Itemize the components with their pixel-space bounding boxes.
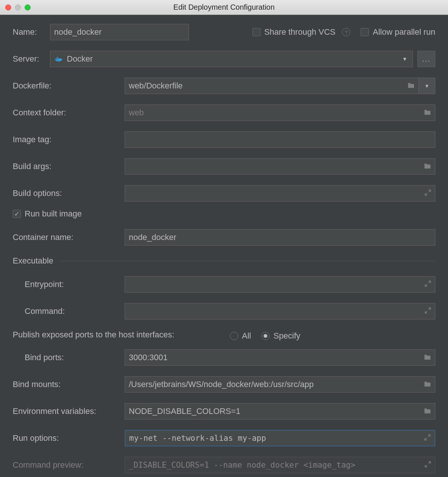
dockerfile-value: web/Dockerfile — [129, 81, 183, 91]
name-input[interactable] — [50, 24, 189, 40]
server-more-button[interactable]: ... — [417, 51, 435, 67]
run-built-label: Run built image — [25, 209, 82, 219]
ports-all-radio[interactable]: All — [230, 331, 251, 341]
build-args-input[interactable] — [125, 158, 435, 175]
checkbox-checked-icon: ✓ — [13, 210, 21, 218]
run-options-value: my-net --network-alias my-app — [129, 434, 266, 443]
run-options-label: Run options: — [13, 433, 125, 443]
image-tag-label: Image tag: — [13, 135, 125, 144]
folder-icon[interactable] — [424, 108, 431, 118]
run-built-image-checkbox[interactable]: ✓ Run built image — [13, 209, 82, 219]
share-vcs-label: Share through VCS — [264, 27, 336, 37]
server-value: Docker — [67, 54, 93, 64]
image-tag-input[interactable] — [125, 131, 435, 148]
env-vars-input[interactable]: NODE_DISABLE_COLORS=1 — [125, 403, 435, 420]
bind-ports-input[interactable]: 3000:3001 — [125, 349, 435, 366]
bind-mounts-label: Bind mounts: — [13, 380, 125, 389]
command-label: Command: — [13, 306, 125, 316]
container-name-input[interactable] — [125, 229, 435, 246]
executable-section-label: Executable — [13, 256, 53, 266]
expand-icon[interactable] — [424, 434, 431, 443]
command-preview-value: _DISABLE_COLORS=1 --name node_docker <im… — [129, 461, 355, 470]
build-args-label: Build args: — [13, 162, 125, 171]
checkbox-icon — [252, 28, 261, 36]
env-vars-label: Environment variables: — [13, 406, 125, 416]
entrypoint-label: Entrypoint: — [13, 280, 125, 289]
folder-icon[interactable] — [424, 406, 431, 416]
server-dropdown[interactable]: Docker ▼ — [50, 51, 413, 67]
help-icon[interactable]: ? — [342, 28, 350, 36]
env-vars-value: NODE_DISABLE_COLORS=1 — [129, 406, 240, 416]
expand-icon[interactable] — [424, 306, 431, 316]
chevron-down-icon: ▼ — [424, 83, 429, 89]
expand-icon[interactable] — [424, 461, 431, 470]
bind-ports-label: Bind ports: — [13, 353, 125, 362]
radio-unchecked-icon — [230, 332, 238, 340]
build-options-label: Build options: — [13, 188, 125, 198]
titlebar: Edit Deployment Configuration — [0, 0, 448, 15]
folder-icon[interactable] — [424, 380, 431, 389]
expand-icon[interactable] — [424, 280, 431, 289]
publish-ports-label: Publish exposed ports to the host interf… — [13, 330, 230, 342]
run-options-input[interactable]: my-net --network-alias my-app — [125, 430, 435, 446]
ports-specify-radio[interactable]: Specify — [261, 331, 300, 341]
checkbox-icon — [361, 28, 369, 36]
context-folder-input[interactable]: web — [125, 105, 435, 121]
server-label: Server: — [13, 54, 50, 64]
container-name-label: Container name: — [13, 233, 125, 242]
entrypoint-input[interactable] — [125, 276, 435, 293]
command-input[interactable] — [125, 303, 435, 319]
name-label: Name: — [13, 27, 50, 37]
folder-icon[interactable] — [424, 353, 431, 362]
build-options-input[interactable] — [125, 185, 435, 202]
folder-icon[interactable] — [424, 162, 431, 171]
allow-parallel-label: Allow parallel run — [373, 27, 435, 37]
chevron-down-icon: ▼ — [402, 56, 407, 62]
expand-icon[interactable] — [424, 188, 431, 198]
bind-mounts-value: /Users/jetbrains/WS/node_docker/web:/usr… — [129, 380, 314, 389]
allow-parallel-checkbox[interactable]: Allow parallel run — [361, 27, 435, 37]
ports-all-label: All — [242, 331, 251, 341]
command-preview-label: Command preview: — [13, 460, 125, 470]
dockerfile-label: Dockerfile: — [13, 81, 125, 91]
context-folder-label: Context folder: — [13, 108, 125, 118]
bind-ports-value: 3000:3001 — [129, 353, 168, 362]
ports-specify-label: Specify — [273, 331, 300, 341]
folder-icon[interactable] — [407, 81, 415, 91]
window-title: Edit Deployment Configuration — [0, 3, 448, 12]
bind-mounts-input[interactable]: /Users/jetbrains/WS/node_docker/web:/usr… — [125, 376, 435, 393]
share-vcs-checkbox[interactable]: Share through VCS ? — [252, 27, 351, 37]
radio-checked-icon — [261, 332, 270, 340]
dockerfile-input[interactable]: web/Dockerfile — [125, 78, 419, 94]
docker-icon — [54, 56, 63, 62]
command-preview-field: _DISABLE_COLORS=1 --name node_docker <im… — [125, 457, 435, 473]
executable-section-header: Executable — [13, 256, 435, 266]
section-divider — [59, 261, 435, 261]
dockerfile-history-button[interactable]: ▼ — [419, 78, 435, 94]
context-placeholder: web — [129, 108, 144, 118]
